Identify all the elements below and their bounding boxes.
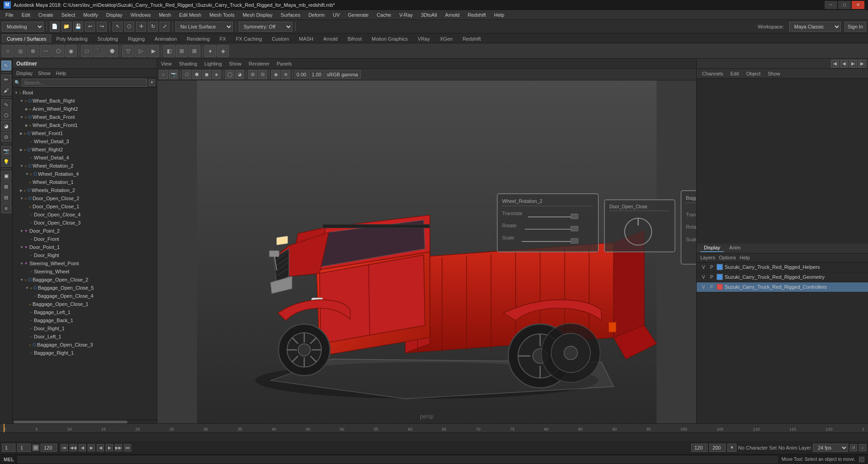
tc-step-fwd[interactable]: ▶: [106, 444, 113, 451]
layer-vis-helpers[interactable]: V: [700, 265, 707, 270]
menu-arnold[interactable]: Arnold: [442, 10, 463, 19]
menu-select[interactable]: Select: [58, 10, 79, 19]
vp-tab-renderer[interactable]: Renderer: [247, 61, 271, 66]
tree-item-dp2[interactable]: ▼ ✦ Door_Point_2: [13, 227, 157, 235]
select-tool-btn[interactable]: ↖: [113, 22, 123, 32]
vp-tex-btn[interactable]: ◼: [202, 70, 211, 79]
shelf-tab-poly-modeling[interactable]: Poly Modeling: [51, 34, 92, 43]
da-tab-display[interactable]: Display: [700, 244, 724, 252]
layer-row-geometry[interactable]: V P Suzuki_Carry_Truck_Red_Rigged_Geomet…: [697, 272, 868, 282]
shelf-icon-1[interactable]: ○: [2, 45, 14, 57]
shelf-tab-xgen[interactable]: XGen: [435, 34, 458, 43]
shelf-icon-15[interactable]: ⊠: [189, 45, 200, 57]
vp-tab-panels[interactable]: Panels: [275, 61, 294, 66]
tree-item-boc2[interactable]: ▼ ⬦ ⬡ Baggage_Open_Close_2: [13, 276, 157, 284]
camera-tool-btn[interactable]: 📷: [1, 146, 11, 156]
menu-generate[interactable]: Generate: [344, 10, 372, 19]
max-frame-field[interactable]: 200: [709, 444, 726, 452]
shelf-icon-7[interactable]: □: [81, 45, 93, 57]
vp-tab-lighting[interactable]: Lighting: [203, 61, 224, 66]
menu-vray[interactable]: V-Ray: [396, 10, 416, 19]
shelf-tab-vray[interactable]: VRay: [413, 34, 435, 43]
current-frame-field[interactable]: 1: [2, 444, 15, 452]
vp-tab-shading[interactable]: Shading: [177, 61, 199, 66]
vp-tab-view[interactable]: View: [159, 61, 174, 66]
tree-item-doc4[interactable]: → Door_Open_Close_4: [13, 211, 157, 219]
tree-item-br1[interactable]: → Baggage_Right_1: [13, 349, 157, 357]
menu-cache[interactable]: Cache: [373, 10, 395, 19]
shelf-icon-13[interactable]: ◧: [163, 45, 175, 57]
minimize-button[interactable]: −: [825, 1, 837, 9]
rp-icon-4[interactable]: ▶: [858, 60, 866, 68]
lasso-btn[interactable]: ⬡: [124, 22, 134, 32]
shelf-tab-curves-surfaces[interactable]: Curves / Surfaces: [2, 34, 51, 43]
tree-item-root[interactable]: ▼ ⬦ Root: [13, 89, 157, 97]
mel-input[interactable]: [18, 456, 778, 463]
menu-modify[interactable]: Modify: [80, 10, 101, 19]
shelf-tab-animation[interactable]: Animation: [150, 34, 182, 43]
anim-speed-dropdown[interactable]: ▼: [727, 444, 736, 452]
rp-icon-3[interactable]: ▶: [849, 60, 857, 68]
tree-item-dright[interactable]: → Door_Right: [13, 251, 157, 259]
brush-tool-btn[interactable]: 🖌: [1, 85, 11, 95]
layer-vis-controllers[interactable]: V: [700, 285, 707, 290]
vp-light-btn[interactable]: ◈: [212, 70, 221, 79]
tree-item-bl1[interactable]: → Baggage_Left_1: [13, 308, 157, 316]
outliner-menu-show[interactable]: Show: [36, 70, 52, 76]
outliner-hscrollbar[interactable]: [13, 420, 157, 423]
menu-display[interactable]: Display: [103, 10, 126, 19]
playback-start-field[interactable]: 1: [17, 444, 31, 452]
shelf-tab-mash[interactable]: MASH: [294, 34, 318, 43]
shelf-icon-9[interactable]: ⬢: [106, 45, 118, 57]
shelf-tab-rendering[interactable]: Rendering: [182, 34, 215, 43]
tc-first-frame[interactable]: ⏮: [61, 444, 68, 451]
tree-item-boc1[interactable]: ⬦ Baggage_Open_Close_1: [13, 300, 157, 308]
render3-btn[interactable]: ⊟: [1, 192, 11, 202]
shelf-icon-10[interactable]: ▽: [122, 45, 134, 57]
menu-uv[interactable]: UV: [329, 10, 343, 19]
tc-next-key[interactable]: ▶▶: [115, 444, 122, 451]
menu-deform[interactable]: Deform: [305, 10, 328, 19]
mel-label[interactable]: MEL: [4, 457, 14, 462]
render-btn[interactable]: ▣: [1, 171, 11, 181]
tree-item-doc1[interactable]: ⬦ Door_Open_Close_1: [13, 202, 157, 211]
search-options-btn[interactable]: ▼: [149, 80, 155, 86]
maximize-button[interactable]: □: [838, 1, 851, 9]
layer-menu-help[interactable]: Help: [740, 255, 750, 260]
shelf-tab-custom[interactable]: Custom: [267, 34, 294, 43]
shelf-icon-12[interactable]: ▶: [147, 45, 159, 57]
menu-mesh-display[interactable]: Mesh Display: [239, 10, 276, 19]
move-btn[interactable]: ✛: [136, 22, 146, 32]
shelf-tab-rigging[interactable]: Rigging: [123, 34, 150, 43]
menu-redshift[interactable]: Redshift: [464, 10, 489, 19]
shelf-tab-arnold[interactable]: Arnold: [318, 34, 343, 43]
redo-btn[interactable]: ↪: [97, 22, 107, 32]
shelf-icon-11[interactable]: ▷: [135, 45, 146, 57]
tree-item-dfront[interactable]: → Door_Front: [13, 235, 157, 243]
shelf-tab-fx[interactable]: FX: [215, 34, 231, 43]
vp-isolate-btn[interactable]: ◉: [271, 70, 280, 79]
layer-row-controllers[interactable]: V P Suzuki_Carry_Truck_Red_Rigged_Contro…: [697, 282, 868, 292]
save-scene-btn[interactable]: 💾: [73, 22, 83, 32]
tree-item-dl1[interactable]: → Door_Left_1: [13, 333, 157, 341]
vp-grid-btn[interactable]: ⊞: [248, 70, 257, 79]
menu-edit-mesh[interactable]: Edit Mesh: [175, 10, 205, 19]
sculpt-tool-btn[interactable]: ◕: [1, 121, 11, 131]
curve-tool-btn[interactable]: ∿: [1, 99, 11, 109]
viewport-canvas[interactable]: Wheel_Rotation_2 Translate Rotate Scale: [157, 80, 696, 423]
tree-item-dp1[interactable]: ▼ ✦ Door_Point_1: [13, 243, 157, 251]
rp-icon-2[interactable]: ◀: [840, 60, 848, 68]
vp-xray-btn[interactable]: ◯: [225, 70, 234, 79]
close-button[interactable]: ✕: [852, 1, 864, 9]
tree-item-doc2[interactable]: ▼ ⬦ ⬡ Door_Open_Close_2: [13, 194, 157, 202]
rt-tab-object[interactable]: Object: [744, 71, 762, 76]
da-tab-anim[interactable]: Anim: [726, 244, 744, 252]
tc-prev-key[interactable]: ◀◀: [70, 444, 77, 451]
tree-item-doc3[interactable]: → Door_Open_Close_3: [13, 219, 157, 227]
render4-btn[interactable]: ≡: [1, 203, 11, 213]
search-input[interactable]: [22, 79, 147, 87]
tc-last-frame[interactable]: ⏭: [124, 444, 131, 451]
tree-item-swp[interactable]: ▼ ✦ Steering_Wheel_Point: [13, 259, 157, 267]
layer-p-geometry[interactable]: P: [708, 275, 715, 280]
playback-end2-field[interactable]: 120: [691, 444, 708, 452]
